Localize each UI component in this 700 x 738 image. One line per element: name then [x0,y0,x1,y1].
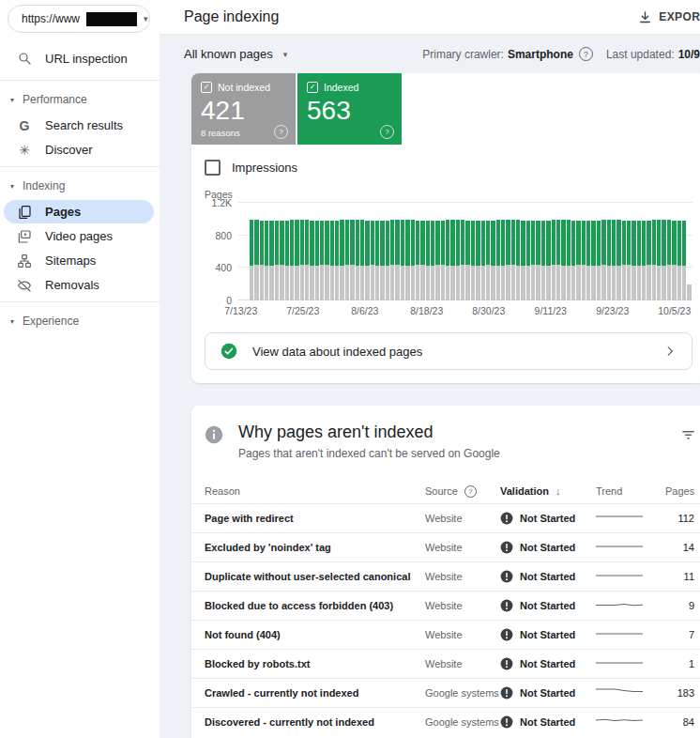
chart-bar[interactable] [435,203,439,300]
checkbox-checked-icon[interactable]: ✓ [307,82,318,93]
chart-bar[interactable] [461,203,464,300]
chart-bar[interactable] [290,203,294,300]
chart-bar[interactable] [622,203,626,300]
chart-bar[interactable] [465,203,469,300]
chart-bar[interactable] [356,203,359,300]
chart-bar[interactable] [556,203,560,300]
chart-bar[interactable] [390,203,394,300]
chart-bar[interactable] [597,203,601,300]
chart-bar[interactable] [260,203,264,300]
sidebar-item-search-results[interactable]: G Search results [0,114,160,137]
chart-bar[interactable] [365,203,369,300]
sidebar-item-pages[interactable]: Pages [4,200,154,223]
chart-bar[interactable] [601,203,605,300]
impressions-toggle[interactable]: Impressions [205,160,700,176]
column-pages[interactable]: Pages [665,485,694,497]
chart-bar[interactable] [657,203,661,300]
not-indexed-card[interactable]: ✓ Not indexed 421 8 reasons ? [191,73,296,145]
chart-bar[interactable] [481,203,485,300]
help-icon[interactable]: ? [579,47,593,61]
chart-bar[interactable] [416,203,419,300]
chart-bar[interactable] [315,203,319,300]
chart-bar[interactable] [667,203,671,300]
view-indexed-data-link[interactable]: View data about indexed pages [205,332,692,370]
chart-bar[interactable] [586,203,590,300]
sidebar-section-performance[interactable]: ▾ Performance [0,85,160,113]
chart-bar[interactable] [456,203,460,300]
chart-bar[interactable] [526,203,530,300]
column-source[interactable]: Source ? [425,485,500,498]
chart-bar[interactable] [420,203,424,300]
chart-bar[interactable] [269,203,273,300]
column-validation[interactable]: Validation ↓ [500,485,596,497]
column-reason[interactable]: Reason [205,485,425,497]
chart-bar[interactable] [642,203,646,300]
chart-bar[interactable] [647,203,650,300]
chart-bar[interactable] [310,203,313,300]
filter-icon[interactable] [680,426,696,442]
chart-bar[interactable] [511,203,515,300]
chart-bar[interactable] [612,203,616,300]
chart-bar[interactable] [632,203,635,300]
chart-bar[interactable] [446,203,449,300]
column-trend[interactable]: Trend [596,485,665,497]
chart-bar[interactable] [431,203,434,300]
chart-bar[interactable] [330,203,334,300]
chart-bar[interactable] [350,203,354,300]
sidebar-item-video-pages[interactable]: Video pages [0,224,160,248]
table-row[interactable]: Not found (404) Website Not Started 7 [191,620,700,649]
chart-bar[interactable] [471,203,475,300]
table-row[interactable]: Page with redirect Website Not Started 1… [191,503,700,532]
chart-bar[interactable] [541,203,545,300]
chart-bar[interactable] [340,203,343,300]
chart-bar[interactable] [371,203,374,300]
chart-bar[interactable] [250,203,253,300]
chart-bar[interactable] [546,203,550,300]
chart-bar[interactable] [275,203,279,300]
chart-bar[interactable] [405,203,409,300]
chart-bar[interactable] [652,203,656,300]
chart-bar[interactable] [571,203,575,300]
impressions-checkbox[interactable] [205,160,221,176]
chart-bar[interactable] [496,203,500,300]
chart-bar[interactable] [501,203,505,300]
chart-bar[interactable] [677,203,681,300]
chart-bar[interactable] [476,203,479,300]
chart-bar[interactable] [567,203,571,300]
chart-bar[interactable] [552,203,555,300]
chart-bar[interactable] [516,203,520,300]
chart-bar[interactable] [325,203,328,300]
chart-bar[interactable] [682,203,686,300]
chart-bar[interactable] [411,203,415,300]
chart-bar[interactable] [335,203,339,300]
chart-bar[interactable] [687,203,691,300]
page-scope-dropdown[interactable]: All known pages ▾ [184,47,287,61]
chart-bar[interactable] [491,203,495,300]
chart-bar[interactable] [295,203,298,300]
sidebar-item-removals[interactable]: Removals [0,273,160,297]
export-button[interactable]: EXPORT [632,9,700,25]
sidebar-item-url-inspection[interactable]: URL inspection [0,41,160,75]
chart-bar[interactable] [380,203,384,300]
sidebar-section-indexing[interactable]: ▾ Indexing [0,172,160,199]
table-row[interactable]: Excluded by 'noindex' tag Website Not St… [191,532,700,561]
help-icon[interactable]: ? [380,125,394,139]
table-row[interactable]: Blocked by robots.txt Website Not Starte… [191,649,700,678]
chart-bar[interactable] [531,203,535,300]
chart-bar[interactable] [521,203,525,300]
chart-bar[interactable] [320,203,324,300]
table-row[interactable]: Crawled - currently not indexed Google s… [191,678,700,707]
property-selector[interactable]: https://www ▾ [8,5,150,33]
chart-bar[interactable] [375,203,379,300]
chart-bar[interactable] [576,203,580,300]
chart-bar[interactable] [486,203,490,300]
chart-bar[interactable] [536,203,540,300]
chart-bar[interactable] [637,203,641,300]
chart-bar[interactable] [254,203,258,300]
chart-bar[interactable] [265,203,268,300]
chart-bar[interactable] [561,203,565,300]
sidebar-section-experience[interactable]: ▾ Experience [0,307,160,334]
chart-bar[interactable] [300,203,304,300]
chart-bar[interactable] [305,203,309,300]
indexed-card[interactable]: ✓ Indexed 563 ? [297,73,402,145]
